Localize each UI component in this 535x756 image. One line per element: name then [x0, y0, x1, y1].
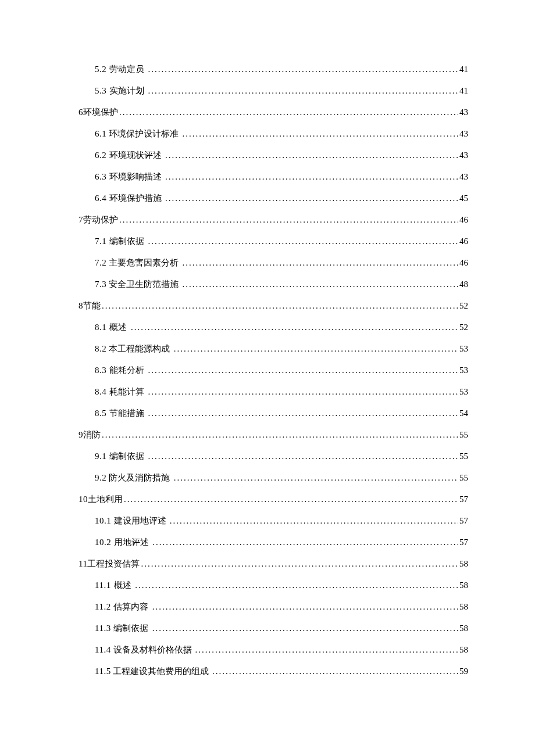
toc-entry: 6.2环境现状评述43: [95, 151, 468, 160]
toc-entry: 11.3编制依据58: [95, 624, 468, 633]
toc-entry: 8.1概述52: [95, 323, 468, 332]
toc-page-number: 58: [458, 646, 468, 654]
toc-number: 11.2: [95, 603, 111, 611]
toc-page-number: 55: [458, 474, 468, 482]
toc-page-number: 53: [458, 345, 468, 353]
toc-leader-dots: [151, 603, 458, 611]
toc-leader-dots: [151, 624, 458, 633]
toc-number: 11.5: [95, 667, 111, 676]
toc-entry: 9消防55: [79, 431, 468, 439]
toc-page-number: 57: [458, 517, 468, 525]
toc-number: 7: [79, 216, 83, 224]
toc-entry: 5.3实施计划41: [95, 87, 468, 95]
toc-title: 工程建设其他费用的组成: [113, 667, 209, 676]
toc-number: 11: [79, 560, 87, 568]
toc-page-number: 58: [458, 560, 468, 568]
toc-page-number: 57: [458, 538, 468, 547]
toc-leader-dots: [151, 538, 458, 547]
toc-title: 用地评述: [114, 538, 149, 547]
toc-leader-dots: [173, 474, 458, 482]
toc-title: 节能措施: [109, 409, 144, 418]
toc-number: 10.2: [95, 538, 111, 547]
toc-title: 安全卫生防范措施: [109, 280, 179, 289]
toc-number: 8.4: [95, 388, 106, 396]
toc-page-number: 43: [458, 151, 468, 160]
toc-leader-dots: [147, 409, 459, 418]
toc-number: 6.3: [95, 173, 106, 181]
toc-number: 7.3: [95, 280, 106, 289]
toc-page-number: 41: [458, 65, 468, 74]
toc-entry: 6.3环境影响描述43: [95, 173, 468, 181]
toc-page-number: 55: [458, 431, 468, 439]
toc-number: 5.3: [95, 87, 106, 95]
toc-number: 6.4: [95, 194, 106, 203]
toc-entry: 9.1编制依据55: [95, 452, 468, 461]
toc-entry: 10.2用地评述57: [95, 538, 468, 547]
toc-title: 环境保护措施: [109, 194, 162, 203]
toc-entry: 7.1编制依据46: [95, 237, 468, 246]
toc-leader-dots: [169, 517, 458, 525]
toc-title: 环境影响描述: [109, 173, 162, 181]
toc-leader-dots: [123, 495, 458, 504]
toc-entry: 8.4耗能计算53: [95, 388, 468, 396]
toc-page-number: 46: [458, 237, 468, 246]
toc-page-number: 43: [458, 130, 468, 138]
toc-leader-dots: [147, 366, 459, 375]
toc-title: 本工程能源构成: [109, 345, 170, 353]
toc-title: 编制依据: [113, 624, 148, 633]
toc-leader-dots: [147, 65, 459, 74]
toc-leader-dots: [134, 581, 458, 590]
toc-number: 5.2: [95, 65, 106, 74]
toc-number: 8.5: [95, 409, 106, 418]
toc-entry: 11.2估算内容58: [95, 603, 468, 611]
toc-leader-dots: [147, 388, 459, 396]
toc-number: 8.2: [95, 345, 106, 353]
toc-page-number: 52: [458, 323, 468, 332]
toc-number: 10.1: [95, 517, 111, 525]
toc-page-number: 46: [458, 259, 468, 267]
toc-title: 节能: [83, 302, 101, 310]
toc-page-number: 43: [458, 108, 468, 117]
toc-title: 劳动定员: [109, 65, 144, 74]
toc-leader-dots: [130, 323, 458, 332]
toc-page-number: 41: [458, 87, 468, 95]
toc-entry: 10.1建设用地评述57: [95, 517, 468, 525]
toc-leader-dots: [147, 87, 459, 95]
toc-title: 编制依据: [109, 452, 144, 461]
toc-entry: 6.4环境保护措施45: [95, 194, 468, 203]
toc-title: 能耗分析: [109, 366, 144, 375]
toc-entry: 10土地利用57: [79, 495, 468, 504]
toc-entry: 5.2劳动定员41: [95, 65, 468, 74]
toc-leader-dots: [164, 194, 458, 203]
toc-title: 劳动保护: [83, 216, 118, 224]
table-of-contents: 5.2劳动定员415.3实施计划416环境保护436.1环境保护设计标准436.…: [79, 65, 468, 676]
toc-leader-dots: [147, 237, 459, 246]
toc-title: 耗能计算: [109, 388, 144, 396]
toc-entry: 9.2防火及消防措施55: [95, 474, 468, 482]
toc-entry: 8节能52: [79, 302, 468, 310]
toc-title: 环境保护设计标准: [109, 130, 179, 138]
toc-number: 6.2: [95, 151, 106, 160]
toc-page-number: 58: [458, 581, 468, 590]
toc-number: 9: [79, 431, 83, 439]
toc-leader-dots: [164, 151, 458, 160]
toc-title: 防火及消防措施: [109, 474, 170, 482]
toc-entry: 7劳动保护46: [79, 216, 468, 224]
toc-page-number: 53: [458, 366, 468, 375]
toc-page-number: 58: [458, 624, 468, 633]
toc-title: 主要危害因素分析: [109, 259, 179, 267]
toc-number: 11.1: [95, 581, 111, 590]
toc-title: 土地利用: [88, 495, 123, 504]
toc-entry: 7.3安全卫生防范措施48: [95, 280, 468, 289]
toc-title: 编制依据: [109, 237, 144, 246]
toc-page-number: 53: [458, 388, 468, 396]
toc-title: 设备及材料价格依据: [113, 646, 192, 654]
toc-title: 实施计划: [109, 87, 144, 95]
toc-entry: 8.2本工程能源构成53: [95, 345, 468, 353]
toc-leader-dots: [181, 280, 458, 289]
toc-number: 8: [79, 302, 83, 310]
toc-number: 9.1: [95, 452, 106, 461]
toc-title: 概述: [109, 323, 127, 332]
toc-entry: 6环境保护43: [79, 108, 468, 117]
toc-number: 8.1: [95, 323, 106, 332]
